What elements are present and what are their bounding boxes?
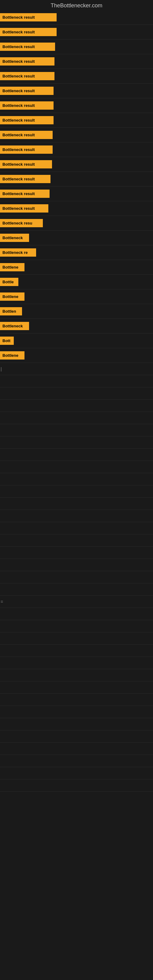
bottleneck-row-12: Bottleneck result [0,172,153,186]
empty-row-11 [0,510,153,522]
empty-row-4 [0,424,153,436]
bottleneck-row-23: Bott [0,334,153,348]
empty-row-b-13 [0,767,153,780]
bottleneck-row-14: Bottleneck result [0,201,153,216]
bottleneck-label-20: Bottlene [0,293,24,301]
marker-row-2: = [0,596,153,608]
bottleneck-row-4: Bottleneck result [0,54,153,69]
bottleneck-label-10: Bottleneck result [0,145,53,154]
empty-row-b-7 [0,694,153,706]
bottleneck-row-18: Bottlene [0,260,153,275]
bottleneck-label-2: Bottleneck result [0,28,57,36]
empty-row-7 [0,461,153,473]
empty-row-8 [0,473,153,485]
empty-row-6 [0,449,153,461]
empty-row-10 [0,498,153,510]
empty-row-b-5 [0,669,153,681]
bottleneck-row-9: Bottleneck result [0,128,153,142]
bottleneck-row-8: Bottleneck result [0,113,153,128]
empty-row-13 [0,535,153,547]
page-wrapper: TheBottlenecker.com Bottleneck resultBot… [0,0,153,980]
bottleneck-label-23: Bott [0,337,14,345]
bottleneck-row-13: Bottleneck result [0,186,153,201]
bottleneck-label-19: Bottle [0,278,18,286]
bottleneck-label-18: Bottlene [0,263,24,271]
bottleneck-row-1: Bottleneck result [0,10,153,25]
bottleneck-label-9: Bottleneck result [0,131,53,139]
empty-row-b-14 [0,780,153,792]
bottleneck-label-24: Bottlene [0,351,24,360]
bottleneck-label-4: Bottleneck result [0,57,54,65]
bottleneck-label-17: Bottleneck re [0,248,36,257]
empty-row-b-9 [0,718,153,730]
bottleneck-row-21: Bottlen [0,304,153,319]
site-title: TheBottlenecker.com [0,0,153,10]
bottleneck-row-22: Bottleneck [0,319,153,334]
bottleneck-row-10: Bottleneck result [0,142,153,157]
bottleneck-label-8: Bottleneck result [0,116,54,124]
bottleneck-row-20: Bottlene [0,290,153,304]
empty-row-b-1 [0,620,153,632]
bottleneck-row-5: Bottleneck result [0,69,153,84]
empty-row-b-4 [0,657,153,669]
empty-row-3 [0,412,153,424]
bottleneck-label-6: Bottleneck result [0,87,54,95]
empty-row-b-6 [0,681,153,694]
bottleneck-row-7: Bottleneck result [0,98,153,113]
empty-row-5 [0,436,153,449]
bottleneck-label-12: Bottleneck result [0,175,51,183]
empty-row-14 [0,547,153,559]
bottleneck-row-3: Bottleneck result [0,40,153,54]
bottleneck-row-24: Bottlene [0,348,153,363]
bottleneck-label-16: Bottleneck [0,234,29,242]
empty-row-17 [0,584,153,596]
bottleneck-row-17: Bottleneck re [0,245,153,260]
bottleneck-row-2: Bottleneck result [0,25,153,40]
empty-row-12 [0,522,153,535]
bottleneck-label-3: Bottleneck result [0,43,55,51]
empty-row-b-12 [0,755,153,767]
empty-row-b-0 [0,608,153,620]
empty-row-b-3 [0,645,153,657]
marker-row-1: | [0,363,153,375]
empty-row-b-11 [0,743,153,755]
empty-row-1 [0,387,153,400]
empty-row-2 [0,400,153,412]
bottleneck-label-14: Bottleneck result [0,204,48,213]
bottleneck-row-19: Bottle [0,275,153,290]
bottleneck-label-5: Bottleneck result [0,72,54,80]
bottleneck-row-6: Bottleneck result [0,84,153,98]
empty-row-15 [0,559,153,571]
bottleneck-row-11: Bottleneck result [0,157,153,172]
bottleneck-label-7: Bottleneck result [0,101,54,110]
bottleneck-label-1: Bottleneck result [0,13,57,21]
bottleneck-label-11: Bottleneck result [0,160,52,169]
bottleneck-row-16: Bottleneck [0,231,153,245]
empty-row-b-10 [0,730,153,743]
bottleneck-label-22: Bottleneck [0,322,29,330]
empty-row-b-2 [0,632,153,645]
bottleneck-label-13: Bottleneck result [0,189,49,198]
empty-row-9 [0,485,153,498]
bottleneck-label-21: Bottlen [0,307,22,315]
empty-row-b-8 [0,706,153,718]
bottleneck-label-15: Bottleneck resu [0,219,43,227]
empty-row-0 [0,375,153,387]
bottleneck-row-15: Bottleneck resu [0,216,153,231]
empty-row-16 [0,571,153,584]
